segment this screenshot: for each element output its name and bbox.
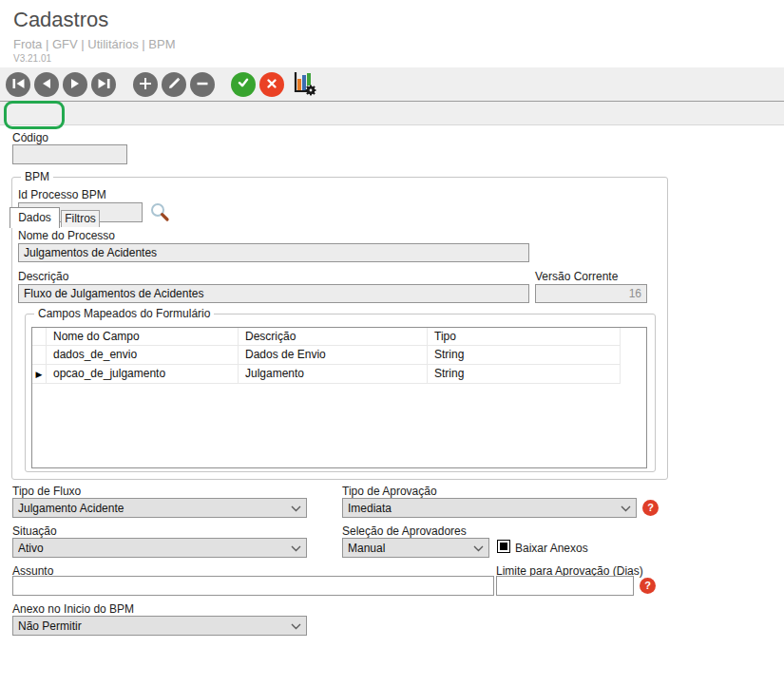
first-record-button[interactable] — [6, 72, 30, 97]
campos-table: Nome do Campo Descrição Tipo dados_de_en… — [31, 327, 647, 468]
chevron-down-icon — [291, 542, 301, 555]
campos-mapeados-group-title: Campos Mapeados do Formulário — [34, 307, 214, 320]
nome-processo-input[interactable] — [18, 243, 529, 262]
selecao-aprovadores-select[interactable]: Manual — [342, 538, 489, 558]
anexo-inicio-select[interactable]: Não Permitir — [12, 616, 307, 636]
assunto-input[interactable] — [12, 576, 494, 596]
chevron-down-icon — [473, 542, 484, 555]
selecao-aprovadores-value: Manual — [348, 542, 473, 555]
check-icon — [237, 76, 250, 93]
tipo-aprovacao-value: Imediata — [348, 502, 621, 515]
tab-dados[interactable]: Dados — [10, 207, 60, 228]
cancel-button[interactable] — [259, 72, 284, 97]
delete-button[interactable] — [190, 72, 215, 97]
bpm-group-title: BPM — [21, 170, 53, 183]
tipo-aprovacao-select[interactable]: Imediata — [342, 498, 637, 518]
chart-settings-button[interactable] — [291, 71, 317, 98]
versao-corrente-input — [535, 284, 647, 303]
situacao-value: Ativo — [18, 542, 291, 555]
codigo-input[interactable] — [12, 144, 127, 164]
previous-record-button[interactable] — [34, 72, 59, 97]
codigo-label: Código — [12, 131, 48, 144]
row-indicator-gutter — [32, 346, 47, 365]
cell-nome: opcao_de_julgamento — [47, 365, 239, 384]
descricao-input[interactable] — [18, 284, 529, 303]
header-cell-nome-do-campo: Nome do Campo — [47, 328, 239, 346]
descricao-label: Descrição — [18, 270, 68, 283]
minus-icon — [197, 76, 208, 93]
x-icon — [266, 76, 277, 93]
baixar-anexos-checkbox[interactable] — [497, 540, 510, 553]
baixar-anexos-label: Baixar Anexos — [515, 542, 588, 555]
next-record-icon — [69, 76, 81, 93]
cell-descricao: Julgamento — [239, 365, 428, 384]
tab-bar: Dados Filtros — [0, 102, 784, 125]
cell-tipo: String — [428, 365, 621, 384]
pencil-icon — [168, 76, 181, 93]
anexo-inicio-value: Não Permitir — [18, 619, 291, 633]
bar-chart-gear-icon — [292, 70, 317, 100]
situacao-label: Situação — [12, 524, 57, 538]
page-title: Cadastros — [13, 8, 108, 32]
situacao-select[interactable]: Ativo — [12, 538, 307, 558]
table-row[interactable]: dados_de_envio Dados de Envio String — [32, 346, 646, 365]
current-row-icon: ▶ — [36, 370, 43, 379]
toolbar — [0, 67, 784, 102]
plus-icon — [140, 76, 151, 93]
last-record-button[interactable] — [91, 72, 116, 97]
next-record-button[interactable] — [63, 72, 87, 97]
version-label: V3.21.01 — [13, 53, 51, 64]
tipo-fluxo-select[interactable]: Julgamento Acidente — [12, 498, 307, 518]
id-processo-label: Id Processo BPM — [18, 188, 106, 201]
confirm-button[interactable] — [231, 72, 256, 97]
cell-nome: dados_de_envio — [47, 346, 239, 365]
tipo-aprovacao-label: Tipo de Aprovação — [342, 485, 437, 498]
cell-descricao: Dados de Envio — [239, 346, 428, 365]
tipo-fluxo-value: Julgamento Acidente — [18, 502, 291, 515]
previous-record-icon — [41, 76, 52, 93]
add-button[interactable] — [133, 72, 158, 97]
checkbox-fill-icon — [500, 543, 507, 550]
search-icon[interactable] — [149, 201, 171, 227]
row-indicator-gutter — [32, 328, 47, 346]
table-header-row: Nome do Campo Descrição Tipo — [32, 328, 646, 346]
help-icon-limite-aprovacao[interactable]: ? — [640, 578, 656, 594]
chevron-down-icon — [291, 502, 301, 515]
limite-aprovacao-input[interactable] — [496, 576, 634, 596]
app-window: Cadastros Frota | GFV | Utilitários | BP… — [0, 0, 784, 686]
header-cell-tipo: Tipo — [428, 328, 621, 346]
tab-filtros[interactable]: Filtros — [61, 210, 100, 227]
nome-processo-label: Nome do Processo — [18, 229, 115, 242]
anexo-inicio-label: Anexo no Inicio do BPM — [12, 602, 134, 616]
header-cell-descricao: Descrição — [239, 328, 428, 346]
tipo-fluxo-label: Tipo de Fluxo — [12, 485, 81, 498]
breadcrumb: Frota | GFV | Utilitários | BPM — [13, 37, 176, 51]
table-row[interactable]: ▶ opcao_de_julgamento Julgamento String — [32, 365, 646, 384]
cell-tipo: String — [428, 346, 621, 365]
help-icon-tipo-aprovacao[interactable]: ? — [642, 500, 659, 516]
selecao-aprovadores-label: Seleção de Aprovadores — [342, 524, 467, 538]
chevron-down-icon — [291, 619, 301, 633]
row-indicator-gutter: ▶ — [32, 365, 47, 384]
versao-corrente-label: Versão Corrente — [535, 270, 618, 283]
first-record-icon — [12, 76, 25, 93]
chevron-down-icon — [621, 502, 631, 515]
last-record-icon — [98, 76, 110, 93]
edit-button[interactable] — [162, 72, 186, 97]
